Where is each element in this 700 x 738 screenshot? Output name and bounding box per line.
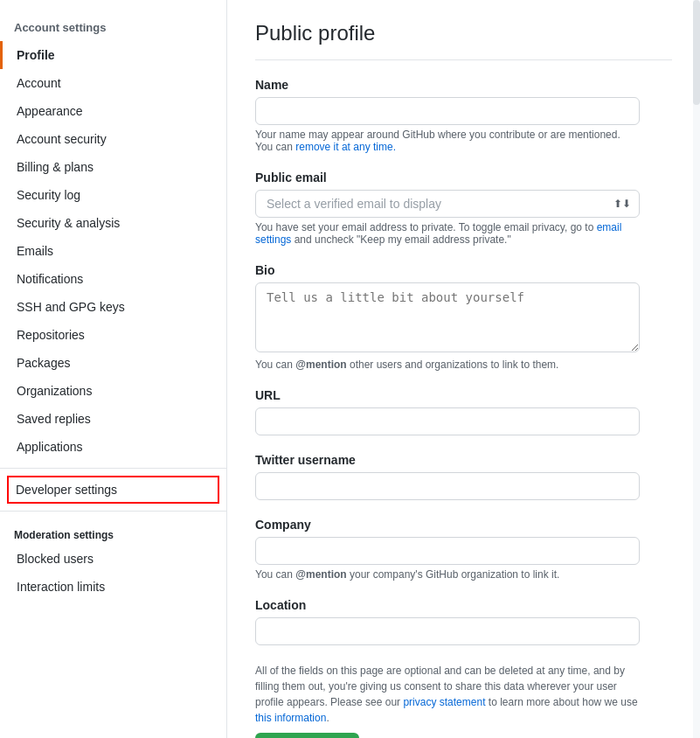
location-input[interactable] [255, 617, 640, 645]
sidebar-item-notifications[interactable]: Notifications [0, 265, 226, 293]
name-label: Name [255, 78, 672, 92]
sidebar-item-packages[interactable]: Packages [0, 349, 226, 377]
sidebar: Account settings Profile Account Appeara… [0, 0, 227, 738]
url-label: URL [255, 388, 672, 402]
twitter-label: Twitter username [255, 453, 672, 467]
sidebar-item-billing[interactable]: Billing & plans [0, 153, 226, 181]
company-label: Company [255, 518, 672, 532]
sidebar-item-developer-settings[interactable]: Developer settings [7, 476, 219, 504]
email-select[interactable]: Select a verified email to display [255, 190, 640, 218]
sidebar-item-account[interactable]: Account [0, 69, 226, 97]
sidebar-item-organizations[interactable]: Organizations [0, 377, 226, 405]
company-group: Company You can @mention your company's … [255, 518, 672, 581]
scrollbar-thumb[interactable] [693, 0, 700, 105]
company-help: You can @mention your company's GitHub o… [255, 568, 640, 581]
name-help: Your name may appear around GitHub where… [255, 129, 640, 153]
sidebar-item-appearance[interactable]: Appearance [0, 97, 226, 125]
url-group: URL [255, 388, 672, 435]
sidebar-divider-1 [0, 468, 226, 469]
bio-help: You can @mention other users and organiz… [255, 359, 640, 371]
name-help-link[interactable]: remove it at any time. [295, 141, 396, 153]
location-group: Location [255, 598, 672, 645]
name-group: Name Your name may appear around GitHub … [255, 78, 672, 153]
public-email-group: Public email Select a verified email to … [255, 171, 672, 246]
bio-textarea[interactable] [255, 282, 640, 352]
bio-label: Bio [255, 263, 672, 277]
page-title: Public profile [255, 21, 672, 60]
public-email-label: Public email [255, 171, 672, 184]
bio-group: Bio You can @mention other users and org… [255, 263, 672, 371]
sidebar-item-profile[interactable]: Profile [0, 41, 226, 69]
sidebar-item-saved-replies[interactable]: Saved replies [0, 405, 226, 433]
twitter-input[interactable] [255, 472, 640, 500]
url-input[interactable] [255, 407, 640, 435]
privacy-statement-link[interactable]: privacy statement [403, 696, 485, 708]
location-label: Location [255, 598, 672, 612]
this-information-link[interactable]: this information [255, 712, 326, 724]
scrollbar-track[interactable] [693, 0, 700, 738]
sidebar-item-applications[interactable]: Applications [0, 433, 226, 461]
name-input[interactable] [255, 97, 640, 125]
save-button[interactable]: Update profile [255, 733, 359, 738]
sidebar-item-interaction-limits[interactable]: Interaction limits [0, 573, 226, 601]
email-select-wrapper: Select a verified email to display ⬆⬇ [255, 190, 640, 218]
moderation-section-title: Moderation settings [0, 519, 226, 545]
sidebar-item-ssh-gpg[interactable]: SSH and GPG keys [0, 293, 226, 321]
footnote: All of the fields on this page are optio… [255, 663, 640, 726]
sidebar-divider-2 [0, 511, 226, 512]
company-input[interactable] [255, 537, 640, 565]
sidebar-item-security-log[interactable]: Security log [0, 181, 226, 209]
email-help: You have set your email address to priva… [255, 221, 640, 246]
email-settings-link[interactable]: email settings [255, 221, 621, 246]
main-content: Public profile Name Your name may appear… [227, 0, 700, 738]
sidebar-item-emails[interactable]: Emails [0, 237, 226, 265]
sidebar-item-blocked-users[interactable]: Blocked users [0, 545, 226, 573]
sidebar-item-account-security[interactable]: Account security [0, 125, 226, 153]
sidebar-item-security-analysis[interactable]: Security & analysis [0, 209, 226, 237]
sidebar-title: Account settings [0, 14, 226, 41]
twitter-group: Twitter username [255, 453, 672, 500]
sidebar-item-repositories[interactable]: Repositories [0, 321, 226, 349]
